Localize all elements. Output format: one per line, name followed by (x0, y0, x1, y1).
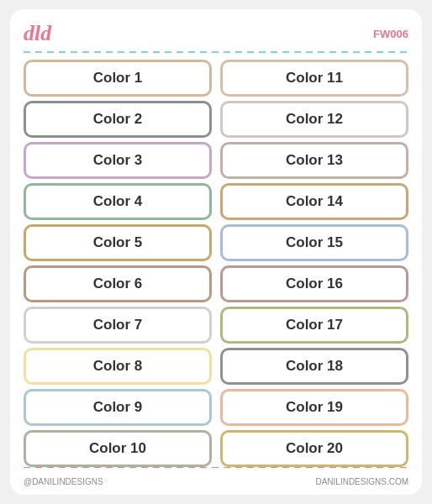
product-code: FW006 (373, 28, 408, 40)
color-item: Color 7 (24, 307, 212, 344)
color-item: Color 13 (220, 142, 408, 179)
color-item: Color 6 (24, 265, 212, 302)
header: dld FW006 (24, 21, 408, 46)
color-item: Color 16 (220, 265, 408, 302)
color-item: Color 9 (24, 389, 212, 426)
color-item: Color 20 (220, 430, 408, 467)
color-grid: Color 1Color 11Color 2Color 12Color 3Col… (24, 60, 408, 467)
color-item: Color 15 (220, 224, 408, 261)
card: dld FW006 Color 1Color 11Color 2Color 12… (10, 9, 422, 495)
color-item: Color 19 (220, 389, 408, 426)
color-item: Color 3 (24, 142, 212, 179)
color-item: Color 11 (220, 60, 408, 97)
bottom-divider (24, 467, 408, 469)
color-item: Color 4 (24, 183, 212, 220)
footer: @DANILINDESIGNS DANILINDESIGNS.COM (24, 477, 408, 486)
color-item: Color 5 (24, 224, 212, 261)
color-item: Color 8 (24, 348, 212, 385)
color-item: Color 10 (24, 430, 212, 467)
color-item: Color 17 (220, 307, 408, 344)
color-item: Color 14 (220, 183, 408, 220)
color-item: Color 18 (220, 348, 408, 385)
footer-left: @DANILINDESIGNS (24, 477, 103, 486)
footer-right: DANILINDESIGNS.COM (315, 477, 408, 486)
color-item: Color 12 (220, 101, 408, 138)
color-item: Color 1 (24, 60, 212, 97)
top-divider (24, 51, 408, 53)
color-item: Color 2 (24, 101, 212, 138)
logo: dld (24, 21, 51, 46)
